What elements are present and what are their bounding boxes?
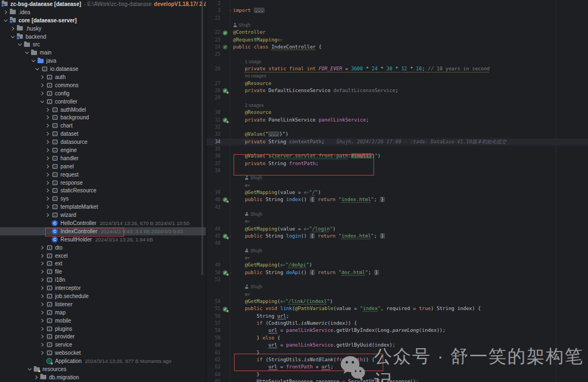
tree-item-dataset[interactable]: dataset: [0, 130, 206, 138]
code-line-56[interactable]: 56 String url;: [206, 313, 588, 320]
tree-item-background[interactable]: background: [0, 113, 206, 122]
line-number[interactable]: 53: [206, 276, 222, 283]
code-line-54[interactable]: 54 @GetMapping(⊕˅"/link/{index}"): [206, 298, 588, 305]
inlay-row[interactable]: Shujh: [206, 283, 588, 290]
code-line-30[interactable]: 30 @Resource: [206, 109, 588, 116]
chevron-closed-icon[interactable]: [33, 376, 40, 379]
code-line-63[interactable]: 63 url = frontPath + url;: [206, 363, 588, 371]
chevron-closed-icon[interactable]: [44, 205, 51, 208]
url-mapping-inlay-icon[interactable]: ⊕˅: [245, 183, 250, 188]
line-number[interactable]: 50: [206, 269, 222, 276]
line-number[interactable]: 27: [206, 80, 222, 87]
line-number[interactable]: 28: [206, 87, 222, 94]
code-line-53[interactable]: 53: [206, 276, 588, 283]
tree-item-dto[interactable]: dto: [0, 244, 206, 252]
tree-item-controller[interactable]: controller: [0, 98, 206, 106]
line-number[interactable]: [206, 211, 222, 218]
git-branch-label[interactable]: developV1.18.17/ 2 Δ: [154, 1, 206, 7]
chevron-closed-icon[interactable]: [39, 295, 46, 298]
tree-item-provider[interactable]: provider: [0, 333, 206, 341]
tree-item-datasource[interactable]: datasource: [0, 138, 206, 146]
line-number[interactable]: [206, 22, 222, 29]
chevron-closed-icon[interactable]: [44, 132, 51, 135]
tree-item-panel[interactable]: panel: [0, 162, 206, 171]
line-number[interactable]: 48: [206, 240, 222, 247]
spring-bean-gutter-icon[interactable]: [222, 269, 228, 276]
inlay-row[interactable]: no usages: [206, 72, 588, 80]
spring-bean-gutter-icon[interactable]: [222, 44, 228, 51]
line-number[interactable]: 23: [206, 37, 222, 44]
chevron-open-icon[interactable]: [23, 52, 30, 53]
usages-inlay[interactable]: 2 usages: [245, 102, 264, 108]
code-line-64[interactable]: 64 }: [206, 371, 588, 378]
usages-inlay[interactable]: no usages: [245, 73, 266, 78]
code-line-3[interactable]: 3›import ...: [206, 7, 588, 14]
tree-item-HelloController[interactable]: CHelloController2024/3/14 13:26, 670 B 2…: [0, 219, 206, 227]
tree-item-core[interactable]: core [dataease-server]: [0, 16, 206, 25]
tree-item-db-migration[interactable]: db.migration: [0, 373, 206, 381]
line-number[interactable]: 33: [206, 131, 222, 138]
code-line-33[interactable]: 33 @Value("...}"): [206, 131, 588, 138]
chevron-open-icon[interactable]: [2, 20, 9, 21]
line-number[interactable]: 54: [206, 298, 222, 305]
chevron-closed-icon[interactable]: [44, 141, 51, 143]
code-line-32[interactable]: 32: [206, 124, 588, 131]
chevron-closed-icon[interactable]: [39, 84, 46, 87]
inlay-row[interactable]: ⊕˅: [206, 182, 588, 189]
tree-item-ext[interactable]: ext: [0, 260, 206, 268]
tree-item-excel[interactable]: excel: [0, 252, 206, 260]
code-line-28[interactable]: 28 private DefaultLicenseService default…: [206, 87, 588, 94]
line-number[interactable]: 60: [206, 342, 222, 349]
code-line-26[interactable]: 26 private static final int FOR_EVER = 3…: [206, 65, 588, 72]
code-line-37[interactable]: 37 private String frontPath;: [206, 160, 588, 167]
tree-item-i18n[interactable]: i18n: [0, 276, 206, 284]
tree-item-response[interactable]: response: [0, 179, 206, 187]
tree-item-Application[interactable]: Application2024/3/14 13:26, 977 B Moment…: [0, 357, 206, 365]
line-number[interactable]: 36: [206, 153, 222, 160]
line-number[interactable]: 58: [206, 327, 222, 334]
tree-item-wizard[interactable]: wizard: [0, 211, 206, 219]
line-number[interactable]: [206, 72, 222, 80]
line-number[interactable]: 30: [206, 109, 222, 116]
line-number[interactable]: 31: [206, 117, 222, 124]
chevron-closed-icon[interactable]: [39, 246, 46, 249]
chevron-closed-icon[interactable]: [39, 262, 46, 265]
chevron-closed-icon[interactable]: [44, 116, 51, 119]
code-line-45[interactable]: 45› public String login() { return "inde…: [206, 233, 588, 240]
line-number[interactable]: 49: [206, 262, 222, 269]
inlay-row[interactable]: ⊕˅: [206, 254, 588, 262]
chevron-closed-icon[interactable]: [39, 76, 46, 78]
line-number[interactable]: 45: [206, 233, 222, 240]
tree-item-config[interactable]: config: [0, 89, 206, 98]
chevron-closed-icon[interactable]: [44, 181, 51, 184]
chevron-closed-icon[interactable]: [39, 343, 46, 346]
line-number[interactable]: [206, 218, 222, 225]
usages-inlay[interactable]: 1 usage: [245, 59, 261, 64]
line-number[interactable]: 59: [206, 335, 222, 342]
line-number[interactable]: 34: [206, 138, 222, 145]
tree-item-main[interactable]: main: [0, 48, 206, 57]
tree-item-io-dataease[interactable]: io.dataease: [0, 65, 206, 73]
chevron-closed-icon[interactable]: [44, 197, 51, 200]
inlay-row[interactable]: Shujh: [206, 211, 588, 218]
code-line-31[interactable]: 31 private PanelLinkService panelLinkSer…: [206, 117, 588, 124]
project-tree-panel[interactable]: zc-bsg-dataease [dataease]- E:\AWork\zc-…: [0, 0, 206, 382]
tree-item-sys[interactable]: sys: [0, 195, 206, 203]
chevron-closed-icon[interactable]: [39, 351, 46, 354]
code-line-62[interactable]: 62 if (StringUtils.isNotBlank(frontPath)…: [206, 356, 588, 363]
chevron-closed-icon[interactable]: [39, 335, 46, 338]
tree-item-websocket[interactable]: websocket: [0, 349, 206, 357]
chevron-open-icon[interactable]: [39, 101, 46, 102]
line-number[interactable]: [206, 247, 222, 254]
tree-item-service[interactable]: service: [0, 341, 206, 349]
code-line-58[interactable]: 58 url = panelLinkService.getUrlByIndex(…: [206, 327, 588, 334]
spring-bean-gutter-icon[interactable]: [222, 196, 228, 203]
code-line-65[interactable]: 65 HttpServletResponse response = Servle…: [206, 378, 588, 382]
line-number[interactable]: 65: [206, 378, 222, 382]
code-line-43[interactable]: 43: [206, 204, 588, 211]
line-number[interactable]: [206, 182, 222, 189]
line-number[interactable]: [206, 291, 222, 298]
tree-item-husky[interactable]: .husky: [0, 25, 206, 33]
tree-scrollbar[interactable]: [201, 0, 203, 275]
chevron-closed-icon[interactable]: [39, 319, 46, 322]
